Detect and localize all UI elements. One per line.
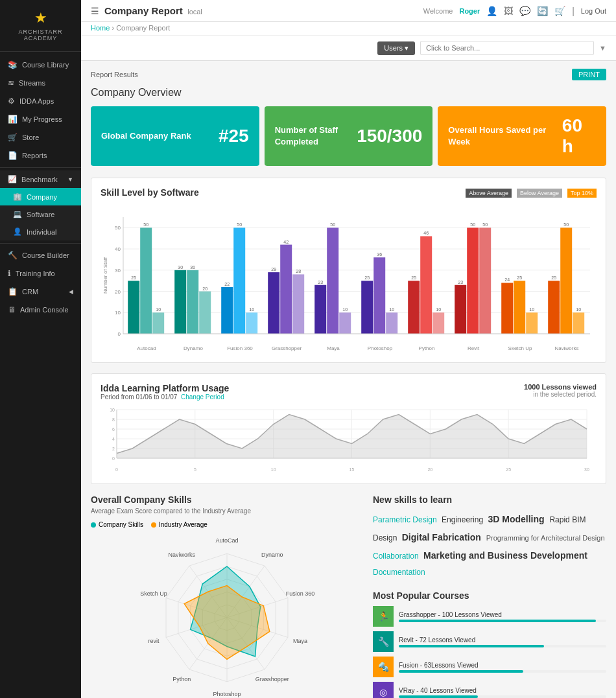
kpi-staff-value: 150/300 bbox=[357, 126, 422, 146]
username-link[interactable]: Roger bbox=[459, 7, 480, 15]
svg-text:10: 10 bbox=[342, 307, 348, 312]
radar-label-industry: Industry Average bbox=[159, 521, 207, 528]
skill-tag: Collaboration bbox=[373, 552, 421, 561]
svg-text:50: 50 bbox=[563, 222, 569, 227]
svg-text:25: 25 bbox=[506, 467, 511, 472]
svg-text:Naviworks: Naviworks bbox=[555, 345, 579, 351]
kpi-staff-label: Number of Staff Completed bbox=[275, 124, 357, 148]
cart-icon[interactable]: 🛒 bbox=[554, 6, 565, 16]
svg-text:10: 10 bbox=[156, 307, 161, 312]
svg-rect-29 bbox=[233, 227, 245, 334]
refresh-icon[interactable]: 🔄 bbox=[537, 6, 548, 16]
search-arrow[interactable]: ▼ bbox=[599, 44, 606, 52]
sidebar-item-my-progress[interactable]: 📊 My Progress bbox=[0, 110, 81, 128]
report-results-label: Report Results bbox=[91, 71, 138, 78]
course-bar-bg bbox=[399, 645, 606, 647]
sidebar-item-training-info[interactable]: ℹ Training Info bbox=[0, 264, 81, 283]
course-info: VRay - 40 Lessons Viewed bbox=[399, 687, 606, 698]
user-avatar-icon[interactable]: 👤 bbox=[486, 6, 497, 16]
svg-rect-71 bbox=[514, 281, 525, 334]
course-bar bbox=[399, 620, 596, 622]
course-icon: ◎ bbox=[373, 682, 394, 698]
usage-chart-svg: 0246810051015202530 bbox=[101, 403, 597, 474]
course-bar-bg bbox=[399, 620, 606, 622]
sidebar-label-software: Software bbox=[27, 211, 54, 218]
svg-text:50: 50 bbox=[115, 225, 121, 231]
breadcrumb-home[interactable]: Home bbox=[91, 24, 110, 32]
svg-rect-69 bbox=[501, 283, 513, 334]
svg-rect-34 bbox=[268, 272, 279, 334]
chat-icon[interactable]: 💬 bbox=[519, 6, 530, 16]
list-item: 🔩 Fusion - 63Lessons Viewed bbox=[373, 657, 606, 677]
skills-title: New skills to learn bbox=[373, 494, 606, 505]
sidebar-item-benchmark[interactable]: 📈 Benchmark ▼ bbox=[0, 170, 81, 188]
sidebar-label-streams: Streams bbox=[19, 79, 45, 87]
sidebar-item-company[interactable]: 🏢 Company bbox=[0, 188, 81, 205]
svg-text:30: 30 bbox=[584, 467, 589, 472]
kpi-hours: Overall Hours Saved per Week 60 h bbox=[438, 106, 606, 166]
kpi-staff: Number of Staff Completed 150/300 bbox=[265, 106, 433, 166]
logout-button[interactable]: Log Out bbox=[581, 7, 606, 15]
progress-icon: 📊 bbox=[8, 115, 18, 124]
svg-text:30: 30 bbox=[178, 265, 183, 270]
company-icon: 🏢 bbox=[13, 192, 22, 201]
store-icon: 🛒 bbox=[8, 133, 18, 142]
image-icon[interactable]: 🖼 bbox=[504, 6, 513, 16]
sidebar-item-course-library[interactable]: 📚 Course Library bbox=[0, 56, 81, 74]
sidebar-item-individual[interactable]: 👤 Individual bbox=[0, 223, 81, 240]
search-input[interactable] bbox=[420, 41, 594, 55]
svg-text:28: 28 bbox=[296, 269, 301, 273]
svg-rect-41 bbox=[314, 285, 326, 334]
svg-text:Fusion 360: Fusion 360 bbox=[286, 590, 315, 597]
svg-text:Grasshopper: Grasshopper bbox=[255, 676, 289, 682]
course-info: Revit - 72 Lessons Viewed bbox=[399, 636, 606, 647]
svg-rect-15 bbox=[140, 227, 152, 334]
sidebar-item-software[interactable]: 💻 Software bbox=[0, 205, 81, 223]
courses-title: Most Popular Courses bbox=[373, 590, 606, 601]
radar-title: Overall Company Skills bbox=[91, 494, 363, 505]
skill-tag: Parametric Design bbox=[373, 515, 439, 524]
kpi-row: Global Company Rank #25 Number of Staff … bbox=[91, 106, 606, 166]
sidebar-item-crm[interactable]: 📋 CRM ◀ bbox=[0, 283, 81, 301]
users-dropdown[interactable]: Users ▾ bbox=[377, 41, 415, 55]
usage-chart-container: 0246810051015202530 bbox=[101, 403, 597, 474]
topbar: ☰ Company Report local Welcome Roger 👤 🖼… bbox=[81, 0, 616, 22]
radar-chart-container: AutoCadDynamoFusion 360MayaGrasshopperPh… bbox=[91, 533, 363, 698]
svg-text:Fusion 360: Fusion 360 bbox=[227, 345, 253, 351]
svg-rect-73 bbox=[526, 312, 538, 334]
sidebar-item-idda-apps[interactable]: ⚙ IDDA Apps bbox=[0, 92, 81, 110]
sidebar-label-my-progress: My Progress bbox=[22, 115, 62, 123]
sidebar-item-admin-console[interactable]: 🖥 Admin Console bbox=[0, 301, 81, 319]
svg-text:4: 4 bbox=[112, 437, 115, 441]
svg-rect-36 bbox=[280, 245, 292, 334]
sidebar-item-store[interactable]: 🛒 Store bbox=[0, 128, 81, 146]
usage-header: Idda Learning Platform Usage Period from… bbox=[101, 383, 597, 401]
sidebar-item-course-builder[interactable]: 🔨 Course Builder bbox=[0, 246, 81, 264]
list-item: 🏃 Grasshopper - 100 Lessons Viewed bbox=[373, 606, 606, 627]
benchmark-group: 📈 Benchmark ▼ 🏢 Company 💻 Software 👤 Ind… bbox=[0, 170, 81, 240]
sidebar-item-streams[interactable]: ≋ Streams bbox=[0, 74, 81, 92]
course-name: VRay - 40 Lessons Viewed bbox=[399, 687, 606, 694]
book-icon: 📚 bbox=[8, 60, 18, 69]
breadcrumb-current: Company Report bbox=[116, 24, 170, 32]
svg-text:Sketch Up: Sketch Up bbox=[140, 590, 167, 597]
hamburger-icon[interactable]: ☰ bbox=[91, 6, 99, 16]
svg-rect-17 bbox=[152, 312, 164, 334]
svg-rect-78 bbox=[560, 227, 572, 334]
svg-text:20: 20 bbox=[427, 467, 432, 472]
svg-text:Maya: Maya bbox=[327, 345, 340, 351]
svg-text:Sketch Up: Sketch Up bbox=[508, 345, 532, 351]
svg-rect-31 bbox=[246, 312, 257, 334]
print-button[interactable]: PRINT bbox=[572, 69, 606, 80]
radar-chart-svg: AutoCadDynamoFusion 360MayaGrasshopperPh… bbox=[91, 533, 363, 698]
kpi-hours-label: Overall Hours Saved per Week bbox=[448, 124, 562, 148]
legend-below: Below Average bbox=[517, 189, 562, 198]
report-header: Report Results PRINT bbox=[91, 69, 606, 80]
skill-tag: Engineering bbox=[442, 515, 485, 524]
course-icon: 🔩 bbox=[373, 657, 394, 677]
course-info: Fusion - 63Lessons Viewed bbox=[399, 662, 606, 673]
change-period-link[interactable]: Change Period bbox=[181, 393, 224, 401]
svg-text:0: 0 bbox=[115, 467, 118, 472]
sidebar-item-reports[interactable]: 📄 Reports bbox=[0, 146, 81, 165]
svg-text:2: 2 bbox=[112, 447, 115, 451]
